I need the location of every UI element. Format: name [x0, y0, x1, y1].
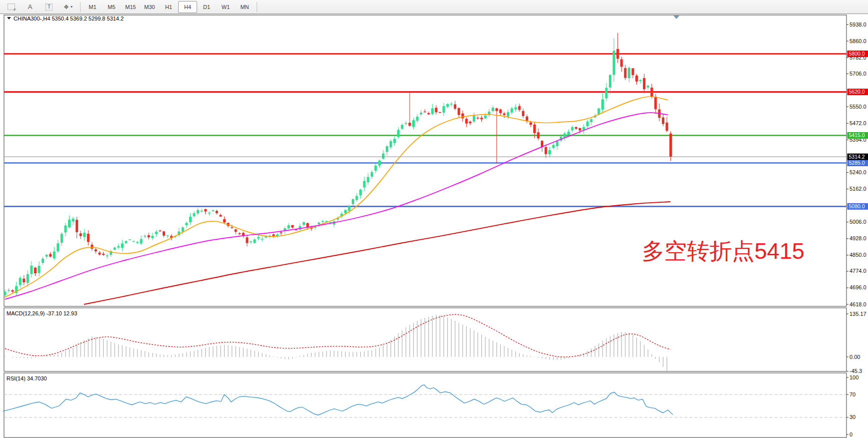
macd-tick-label: 0.00 — [849, 354, 860, 360]
text-box-t-button[interactable]: T — [40, 1, 59, 13]
rsi-label: RSI(14) 34.7030 — [7, 375, 47, 381]
rsi-tick-label: 100 — [849, 374, 858, 380]
svg-text:5080.0: 5080.0 — [849, 203, 865, 209]
svg-text:5620.0: 5620.0 — [849, 89, 865, 95]
shapes-button[interactable]: ❖▾ — [59, 1, 78, 13]
rsi-tick-label: 0 — [849, 431, 852, 437]
chevron-down-icon: ▾ — [71, 5, 73, 9]
price-tag-5415.0: 5415.0 — [847, 132, 868, 139]
price-tick-label: 5472.0 — [849, 120, 866, 126]
price-tick-label: 5006.0 — [849, 219, 866, 225]
price-tick-label: 5938.0 — [849, 22, 866, 28]
price-tick-label: 4618.0 — [849, 301, 866, 307]
candle — [669, 132, 672, 161]
price-tag-5620.0: 5620.0 — [847, 89, 868, 95]
price-tick-label: 4696.0 — [849, 284, 866, 290]
text-box-t-icon: T — [46, 4, 53, 11]
chart-title: CHINA300-,H4 5350.4 5369.2 5299.8 5314.2 — [14, 16, 124, 22]
rsi-tick-label: 70 — [849, 391, 855, 397]
text-a-button[interactable]: A — [21, 1, 40, 13]
chart-grid-f-button[interactable]: F — [2, 1, 21, 13]
price-tick-label: 4928.0 — [849, 235, 866, 241]
timeframe-mn-button[interactable]: MN — [235, 1, 254, 13]
macd-label: MACD(12,26,9) -37.10 12.93 — [7, 310, 77, 316]
timeframe-h1-button[interactable]: H1 — [159, 1, 178, 13]
timeframe-m15-button[interactable]: M15 — [121, 1, 140, 13]
timeframe-m1-button[interactable]: M1 — [83, 1, 102, 13]
toolbar: FAT❖▾ M1M5M15M30H1H4D1W1MN — [0, 0, 868, 14]
rsi-panel[interactable] — [4, 373, 846, 437]
macd-tick-label: -45.3 — [849, 368, 862, 374]
annotation-text: 多空转折点5415 — [642, 238, 804, 264]
drawing-tools-group: FAT❖▾ — [2, 1, 78, 13]
macd-tick-label: 135.17 — [849, 311, 866, 317]
price-tick-label: 5550.0 — [849, 104, 866, 110]
price-tick-label: 4774.0 — [849, 268, 866, 274]
timeframe-w1-button[interactable]: W1 — [216, 1, 235, 13]
toolbar-separator — [80, 2, 81, 12]
svg-text:5314.2: 5314.2 — [849, 154, 865, 160]
rsi-tick-label: 30 — [849, 414, 855, 420]
timeframe-m5-button[interactable]: M5 — [102, 1, 121, 13]
price-tick-label: 4850.0 — [849, 252, 866, 258]
svg-text:5800.0: 5800.0 — [849, 51, 865, 57]
chart-grid-f-icon: F — [8, 4, 15, 10]
price-tick-label: 5162.0 — [849, 186, 866, 192]
candle — [129, 239, 131, 240]
timeframe-m30-button[interactable]: M30 — [140, 1, 159, 13]
toolbar-separator — [257, 2, 257, 12]
price-tag-5285.0: 5285.0 — [847, 160, 868, 166]
svg-text:5415.0: 5415.0 — [849, 132, 865, 138]
shapes-icon: ❖ — [64, 4, 69, 11]
text-a-icon: A — [28, 3, 33, 11]
price-tick-label: 5706.0 — [849, 71, 866, 77]
price-tick-label: 5860.0 — [849, 38, 866, 44]
price-tick-label: 5240.0 — [849, 169, 866, 175]
svg-text:5285.0: 5285.0 — [849, 160, 865, 166]
timeframe-d1-button[interactable]: D1 — [197, 1, 216, 13]
price-tag-5080.0: 5080.0 — [847, 203, 868, 210]
timeframe-h4-button[interactable]: H4 — [178, 1, 197, 13]
price-tag-5800.0: 5800.0 — [847, 51, 868, 57]
current-price-tag: 5314.2 — [847, 154, 868, 160]
timeframe-group: M1M5M15M30H1H4D1W1MN — [83, 1, 254, 13]
chart-window: 5938.05860.05782.05706.05550.05472.05394… — [0, 14, 868, 438]
macd-panel[interactable] — [4, 308, 846, 371]
